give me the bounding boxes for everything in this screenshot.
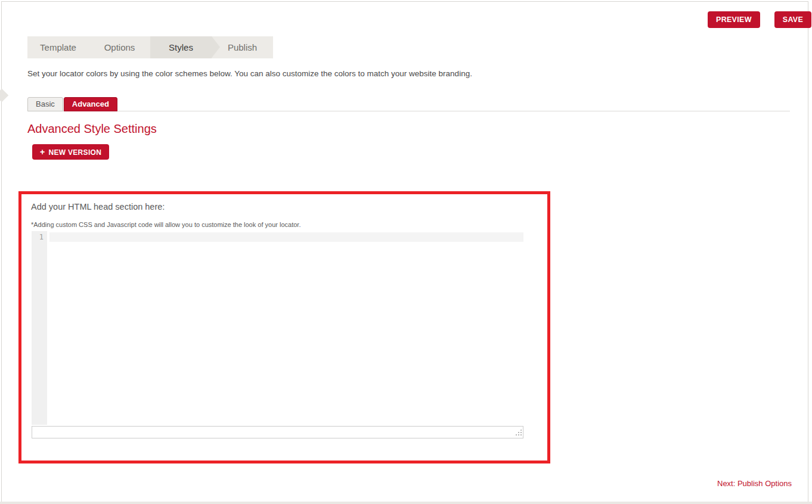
preview-button[interactable]: PREVIEW: [708, 11, 760, 28]
tab-publish[interactable]: Publish: [212, 36, 273, 58]
tab-styles[interactable]: Styles: [150, 36, 212, 58]
page-container: PREVIEW SAVE Template Options Styles Pub…: [1, 1, 808, 504]
intro-text: Set your locator colors by using the col…: [27, 69, 472, 78]
line-number: 1: [39, 233, 44, 241]
wizard-tab-bar: Template Options Styles Publish: [27, 36, 273, 58]
subtab-basic[interactable]: Basic: [27, 97, 63, 111]
plus-icon: +: [40, 147, 45, 157]
page-title: Advanced Style Settings: [27, 122, 157, 136]
style-subtabs: BasicAdvanced: [27, 97, 790, 111]
editor-note: *Adding custom CSS and Javascript code w…: [31, 221, 300, 228]
subtab-advanced[interactable]: Advanced: [64, 97, 117, 111]
editor-active-line: [49, 232, 523, 242]
new-version-label: NEW VERSION: [48, 148, 101, 157]
new-version-button[interactable]: +NEW VERSION: [32, 144, 109, 160]
editor-gutter: 1: [32, 231, 47, 425]
next-publish-options-link[interactable]: Next: Publish Options: [717, 479, 792, 488]
bottom-edge-band: [0, 502, 812, 504]
tab-template[interactable]: Template: [27, 36, 89, 58]
resize-grip-icon[interactable]: [513, 429, 522, 437]
panel-expand-icon[interactable]: [0, 89, 8, 102]
html-head-highlight-box: Add your HTML head section here: *Adding…: [18, 191, 550, 463]
html-head-code-editor[interactable]: 1: [32, 231, 523, 425]
tab-options[interactable]: Options: [89, 36, 150, 58]
top-action-bar: PREVIEW SAVE: [708, 11, 811, 28]
editor-footer-input[interactable]: [32, 426, 523, 438]
editor-label: Add your HTML head section here:: [31, 202, 165, 211]
save-button[interactable]: SAVE: [774, 11, 811, 28]
